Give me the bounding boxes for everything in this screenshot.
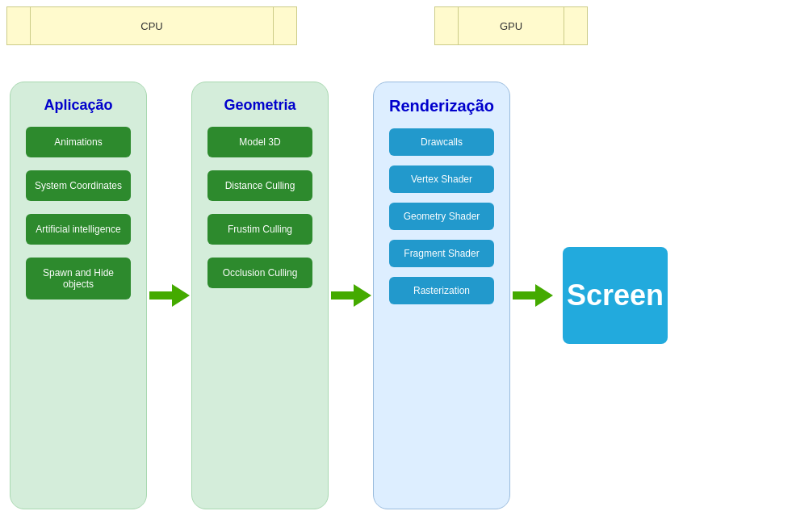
geometria-item-3: Occlusion Culling (207, 258, 312, 288)
cpu-left-side (6, 6, 31, 45)
aplicacao-item-3: Spawn and Hide objects (26, 258, 131, 300)
geometria-column: Geometria Model 3D Distance Culling Frus… (191, 82, 329, 509)
arrow-2 (329, 284, 373, 307)
gpu-label: GPU (459, 6, 564, 45)
arrow-1-shaft (149, 291, 172, 300)
top-bar: CPU GPU (6, 6, 786, 45)
gpu-right-side (564, 6, 588, 45)
arrow-1-shape (149, 284, 190, 307)
cpu-right-side (273, 6, 297, 45)
arrow-2-shaft (331, 291, 354, 300)
gpu-left-side (434, 6, 459, 45)
renderizacao-item-3: Fragment Shader (389, 240, 494, 267)
arrow-3-shaft (513, 291, 535, 300)
cpu-section: CPU (6, 6, 297, 45)
geometria-item-2: Frustim Culling (207, 214, 312, 245)
aplicacao-item-2: Artificial intelligence (26, 214, 131, 245)
aplicacao-item-1: System Coordinates (26, 170, 131, 201)
geometria-title: Geometria (224, 97, 295, 114)
arrow-3-shape (513, 284, 553, 307)
geometria-item-1: Distance Culling (207, 170, 312, 201)
arrow-2-head (354, 284, 371, 307)
arrow-1 (147, 284, 191, 307)
diagram: Aplicação Animations System Coordinates … (6, 65, 786, 526)
aplicacao-title: Aplicação (44, 97, 112, 114)
renderizacao-item-4: Rasterization (389, 277, 494, 304)
aplicacao-column: Aplicação Animations System Coordinates … (10, 82, 147, 509)
cpu-label: CPU (31, 6, 273, 45)
aplicacao-item-0: Animations (26, 127, 131, 157)
renderizacao-column: Renderização Drawcalls Vertex Shader Geo… (373, 82, 510, 509)
gpu-section: GPU (434, 6, 588, 45)
screen-box: Screen (563, 247, 668, 344)
arrow-2-shape (331, 284, 371, 307)
columns-wrapper: Aplicação Animations System Coordinates … (6, 82, 668, 509)
geometria-item-0: Model 3D (207, 127, 312, 157)
renderizacao-item-0: Drawcalls (389, 128, 494, 156)
renderizacao-item-2: Geometry Shader (389, 203, 494, 230)
arrow-3-head (535, 284, 553, 307)
renderizacao-item-1: Vertex Shader (389, 165, 494, 193)
renderizacao-title: Renderização (389, 97, 494, 115)
arrow-1-head (172, 284, 190, 307)
arrow-3 (510, 284, 555, 307)
